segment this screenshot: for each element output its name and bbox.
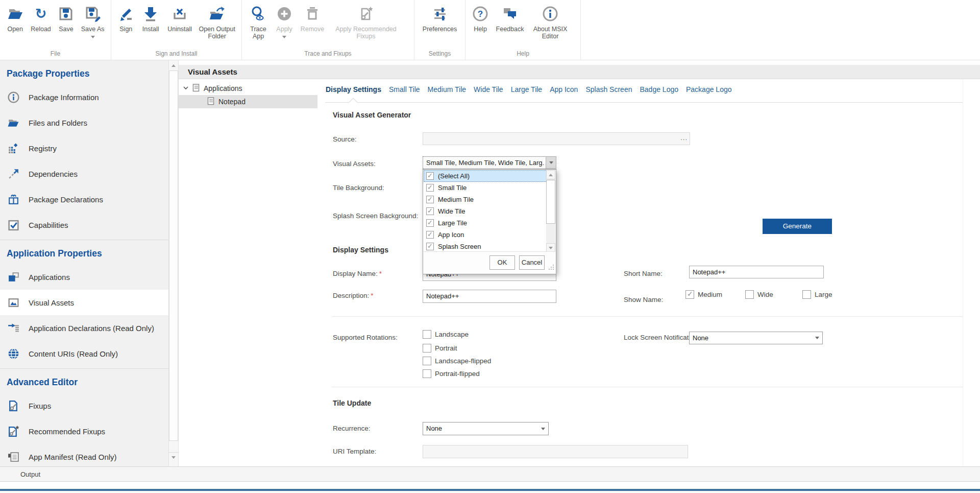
- preferences-button[interactable]: Preferences: [418, 5, 462, 33]
- scrollbar-thumb[interactable]: [546, 180, 555, 224]
- sidebar-item-recommended-fixups[interactable]: Recommended Fixups: [0, 418, 168, 444]
- dropdown-option-small-tile[interactable]: Small Tile: [424, 182, 555, 194]
- sidebar-item-package-declarations[interactable]: Package Declarations: [0, 186, 168, 212]
- dropdown-option-app-icon[interactable]: App Icon: [424, 229, 555, 241]
- scrollbar-thumb[interactable]: [169, 71, 178, 441]
- tab-wide-tile[interactable]: Wide Tile: [473, 84, 504, 95]
- open-output-folder-icon: [208, 5, 226, 23]
- sidebar-item-files-and-folders[interactable]: Files and Folders: [0, 110, 168, 135]
- checkbox[interactable]: [426, 231, 434, 239]
- remove-button[interactable]: Remove: [297, 5, 328, 33]
- uri-template-input[interactable]: [423, 445, 688, 458]
- sidebar-item-visual-assets[interactable]: Visual Assets: [0, 290, 168, 315]
- sidebar-item-fixups[interactable]: Fixups: [0, 393, 168, 418]
- sidebar-item-registry[interactable]: Registry: [0, 135, 168, 161]
- apply-recommended-fixups-button[interactable]: Apply Recommended Fixups: [328, 5, 404, 40]
- open-button[interactable]: Open: [3, 5, 27, 33]
- show-name-medium-checkbox[interactable]: Medium: [685, 290, 722, 299]
- checkbox[interactable]: [423, 330, 431, 339]
- checkbox[interactable]: [423, 357, 431, 365]
- source-input[interactable]: ...: [423, 132, 690, 145]
- install-button[interactable]: Install: [138, 5, 164, 33]
- show-name-wide-checkbox[interactable]: Wide: [745, 290, 773, 299]
- help-button[interactable]: ? Help: [469, 5, 492, 33]
- tab-small-tile[interactable]: Small Tile: [388, 84, 421, 95]
- tab-display-settings[interactable]: Display Settings: [325, 84, 382, 95]
- description-input[interactable]: Notepad++: [423, 290, 556, 303]
- cancel-button[interactable]: Cancel: [519, 255, 545, 270]
- dropdown-option-wide-tile[interactable]: Wide Tile: [424, 205, 555, 217]
- dropdown-option-medium-tile[interactable]: Medium Tile: [424, 194, 555, 205]
- checkbox[interactable]: [423, 369, 431, 378]
- sidebar-item-content-uris[interactable]: Content URIs (Read Only): [0, 341, 168, 366]
- dropdown-option-large-tile[interactable]: Large Tile: [424, 217, 555, 229]
- recurrence-label: Recurrence:: [333, 425, 371, 432]
- combo-dropdown-button[interactable]: [812, 332, 822, 344]
- checkbox[interactable]: [802, 290, 811, 299]
- checkbox[interactable]: [426, 219, 434, 227]
- combo-dropdown-button[interactable]: [538, 422, 548, 435]
- fixups-icon: [7, 399, 20, 412]
- tab-large-tile[interactable]: Large Tile: [510, 84, 543, 95]
- sidebar-item-applications[interactable]: Applications: [0, 264, 168, 290]
- sidebar-item-dependencies[interactable]: Dependencies: [0, 161, 168, 186]
- dropdown-option-select-all[interactable]: (Select All): [424, 170, 555, 182]
- save-button[interactable]: Save: [55, 5, 78, 33]
- help-icon: ?: [471, 5, 489, 23]
- sidebar-item-capabilities[interactable]: Capabilities: [0, 212, 168, 238]
- tab-badge-logo[interactable]: Badge Logo: [639, 84, 679, 95]
- visual-assets-combobox[interactable]: Small Tile, Medium Tile, Wide Tile, Larg…: [423, 156, 556, 169]
- tab-package-logo[interactable]: Package Logo: [685, 84, 732, 95]
- open-output-folder-button[interactable]: Open Output Folder: [195, 5, 238, 40]
- resize-grip[interactable]: [548, 263, 554, 272]
- browse-button[interactable]: ...: [680, 134, 688, 142]
- sidebar-scrollbar[interactable]: [168, 60, 179, 466]
- checkbox[interactable]: [426, 207, 434, 215]
- save-as-button[interactable]: Save As: [78, 5, 108, 38]
- trace-app-button[interactable]: Trace App: [245, 5, 272, 40]
- rotation-landscape-flipped-checkbox[interactable]: Landscape-flipped: [423, 357, 491, 365]
- tree-node-notepad[interactable]: Notepad: [179, 95, 317, 108]
- sign-button[interactable]: Sign: [114, 5, 138, 33]
- checkbox[interactable]: [426, 243, 434, 250]
- ribbon-group-file: Open ↻ Reload Save Save As File: [0, 0, 111, 60]
- tab-splash-screen[interactable]: Splash Screen: [585, 84, 632, 95]
- generate-button[interactable]: Generate: [763, 219, 832, 234]
- sidebar-item-app-manifest[interactable]: App Manifest (Read Only): [0, 444, 168, 466]
- dropdown-scrollbar[interactable]: [546, 170, 555, 252]
- remove-trash-icon: [303, 5, 322, 23]
- reload-button[interactable]: ↻ Reload: [27, 5, 54, 33]
- uninstall-button[interactable]: Uninstall: [164, 5, 196, 33]
- sidebar-item-package-information[interactable]: Package Information: [0, 84, 168, 110]
- tab-app-icon[interactable]: App Icon: [549, 84, 578, 95]
- dropdown-option-splash-screen[interactable]: Splash Screen: [424, 241, 555, 252]
- short-name-input[interactable]: Notepad++: [689, 266, 824, 278]
- checkbox[interactable]: [426, 196, 434, 203]
- scroll-up-arrow[interactable]: [169, 60, 178, 71]
- lock-screen-notifications-select[interactable]: None: [689, 332, 823, 344]
- checkbox[interactable]: [423, 344, 431, 353]
- scroll-down-arrow[interactable]: [169, 452, 178, 462]
- show-name-large-checkbox[interactable]: Large: [802, 290, 832, 299]
- tree-node-applications[interactable]: Applications: [179, 82, 322, 95]
- apply-button[interactable]: Apply: [272, 5, 297, 38]
- chevron-down-icon[interactable]: [183, 84, 189, 92]
- output-bar[interactable]: Output: [0, 466, 980, 482]
- ribbon-toolbar: Open ↻ Reload Save Save As File: [0, 0, 980, 60]
- tab-medium-tile[interactable]: Medium Tile: [427, 84, 467, 95]
- ribbon-group-label: Settings: [414, 50, 465, 60]
- checkbox[interactable]: [745, 290, 754, 299]
- scroll-up-arrow[interactable]: [546, 170, 555, 179]
- recurrence-select[interactable]: None: [423, 422, 549, 435]
- rotation-portrait-checkbox[interactable]: Portrait: [423, 344, 457, 353]
- checkbox[interactable]: [426, 172, 434, 180]
- sidebar-item-application-declarations[interactable]: Application Declarations (Read Only): [0, 315, 168, 341]
- checkbox[interactable]: [426, 184, 434, 192]
- checkbox[interactable]: [685, 290, 694, 299]
- feedback-button[interactable]: Feedback: [492, 5, 528, 33]
- combo-dropdown-button[interactable]: [546, 157, 556, 169]
- rotation-landscape-checkbox[interactable]: Landscape: [423, 330, 469, 339]
- rotation-portrait-flipped-checkbox[interactable]: Portrait-flipped: [423, 369, 480, 378]
- about-msix-editor-button[interactable]: About MSIX Editor: [528, 5, 573, 40]
- ok-button[interactable]: OK: [489, 255, 515, 270]
